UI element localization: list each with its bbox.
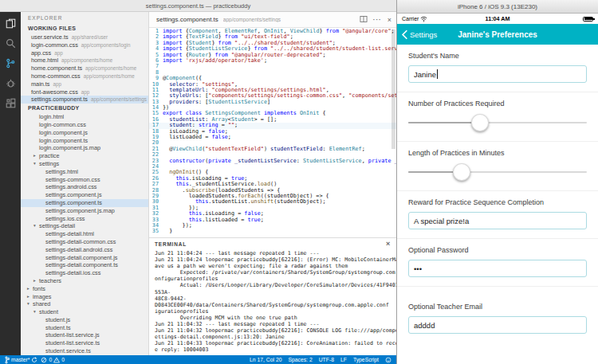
errors-count: 0 — [49, 357, 52, 362]
working-file-item[interactable]: font-awesome.cssapp — [21, 88, 148, 96]
text-field[interactable]: A special prize!a — [408, 212, 587, 229]
project-tree: login.htmllogin-common.csslogin.componen… — [21, 113, 148, 355]
back-button[interactable]: Settings — [397, 29, 437, 40]
git-branch-indicator[interactable]: master* — [5, 356, 37, 364]
tree-folder-item[interactable]: ▾settings-detail — [21, 222, 148, 230]
slider-thumb[interactable] — [471, 114, 489, 131]
tree-folder-item[interactable]: ▾student — [21, 308, 148, 316]
slider-track[interactable] — [408, 122, 587, 123]
working-file-item[interactable]: user.service.tsapp/shared/user — [21, 33, 148, 41]
field-label: Student's Name — [408, 52, 587, 60]
field-label: Optional Teacher Email — [408, 303, 587, 311]
tree-folder-item[interactable]: ▸fonts — [21, 285, 148, 293]
password-field[interactable]: ••• — [408, 260, 587, 277]
chevron-down-icon: ▾ — [33, 222, 39, 230]
tree-file-item[interactable]: settings-detail.ios.css — [21, 269, 148, 277]
form-field: Optional Teacher Emailadddd — [397, 287, 598, 342]
tree-file-item[interactable]: settings.component.js.map — [21, 207, 148, 215]
tree-file-item[interactable]: login.component.ts — [21, 137, 148, 145]
slider-thumb[interactable] — [453, 163, 470, 181]
working-file-item[interactable]: app.cssapp — [21, 49, 148, 57]
more-actions-icon[interactable]: ··· — [373, 16, 382, 23]
editor-scrollbar[interactable] — [391, 29, 395, 149]
working-file-item[interactable]: home.htmlapp/components/home — [21, 57, 148, 65]
errors-icon — [41, 357, 47, 363]
extensions-icon[interactable] — [4, 96, 17, 109]
tree-file-item[interactable]: student.service.ts — [21, 347, 148, 355]
tree-file-item[interactable]: login.html — [21, 113, 148, 121]
working-files-header[interactable]: WORKING FILES — [21, 24, 148, 33]
working-file-item[interactable]: home-common.cssapp/components/home — [21, 72, 148, 80]
git-icon[interactable] — [4, 57, 17, 69]
tree-file-item[interactable]: settings-common.css — [21, 176, 148, 184]
debug-icon[interactable] — [4, 76, 17, 89]
tree-file-item[interactable]: settings-detail.component.js — [21, 254, 148, 262]
slider[interactable] — [408, 113, 587, 132]
activity-bar — [0, 12, 21, 355]
tree-file-item[interactable]: login-common.css — [21, 121, 148, 129]
tree-file-item[interactable]: student-list.service.ts — [21, 339, 148, 347]
tree-file-item[interactable]: settings-detail.android.css — [21, 246, 148, 254]
tree-folder-item[interactable]: ▸practice — [21, 152, 148, 160]
tree-file-item[interactable]: settings-detail.component.ts — [21, 261, 148, 269]
code-line: 19 listLoaded = false; — [149, 135, 396, 140]
code-line: 35 } — [149, 229, 396, 234]
back-chevron-icon — [401, 29, 408, 40]
problems-indicator[interactable]: 0 0 — [41, 357, 65, 363]
working-file-item[interactable]: main.tsapp — [21, 80, 148, 88]
eol-setting[interactable]: LF — [340, 357, 347, 362]
open-file-name[interactable]: settings.component.ts — [156, 16, 218, 23]
tree-file-item[interactable]: student.js — [21, 316, 148, 324]
chevron-right-icon: ▸ — [33, 277, 39, 285]
slider-track[interactable] — [408, 171, 587, 173]
tree-file-item[interactable]: settings.component.ts — [21, 199, 148, 207]
language-mode[interactable]: TypeScript — [353, 357, 379, 362]
project-header[interactable]: PRACTICEBUDDY — [21, 104, 148, 113]
tree-file-item[interactable]: login.component.js.map — [21, 144, 148, 152]
tree-folder-item[interactable]: ▾settings — [21, 160, 148, 168]
chevron-down-icon: ▾ — [33, 160, 39, 168]
status-bar: master* 0 0 Ln 17, Col 20 Spaces: 2 UTF-… — [0, 355, 396, 364]
tree-folder-item[interactable]: ▸teachers — [21, 277, 148, 285]
tree-file-item[interactable]: student-list.service.js — [21, 331, 148, 339]
sync-icon[interactable] — [31, 357, 37, 363]
tree-file-item[interactable]: settings-detail.html — [21, 230, 148, 238]
tree-file-item[interactable]: settings.android.css — [21, 183, 148, 191]
field-label: Number of Practices Required — [408, 100, 587, 108]
close-terminal-icon[interactable]: × — [386, 240, 391, 248]
indentation-setting[interactable]: Spaces: 2 — [288, 357, 312, 362]
tree-file-item[interactable]: login.component.js — [21, 129, 148, 137]
tree-file-item[interactable]: settings.html — [21, 168, 148, 176]
tree-file-item[interactable]: settings.component.js — [21, 191, 148, 199]
text-field[interactable]: Janine — [408, 65, 587, 83]
tree-folder-item[interactable]: ▸images — [21, 293, 148, 301]
search-icon[interactable] — [4, 37, 17, 49]
wifi-icon — [420, 16, 427, 22]
tree-file-item[interactable]: settings.ios.css — [21, 215, 148, 223]
working-file-item[interactable]: settings.component.tsapp/components/sett… — [21, 96, 148, 104]
feedback-smiley-icon[interactable] — [385, 357, 391, 363]
terminal-title[interactable]: TERMINAL — [155, 241, 187, 247]
git-branch-icon — [5, 356, 10, 364]
split-editor-icon[interactable] — [360, 15, 368, 25]
chevron-down-icon: ▾ — [33, 308, 39, 316]
tree-file-item[interactable]: settings-detail-common.css — [21, 238, 148, 246]
cursor-position[interactable]: Ln 17, Col 20 — [250, 357, 281, 362]
back-button-label: Settings — [410, 30, 437, 39]
explorer-sidebar: EXPLORER WORKING FILES user.service.tsap… — [21, 12, 149, 355]
explorer-icon[interactable] — [4, 17, 17, 29]
code-line: 21 @ViewChild("studentTextField") studen… — [149, 147, 396, 152]
tree-file-item[interactable]: student.ts — [21, 324, 148, 332]
branch-name: master* — [11, 357, 30, 362]
slider[interactable] — [408, 162, 587, 182]
working-file-item[interactable]: login-common.cssapp/components/login — [21, 41, 148, 49]
terminal-output[interactable]: Jun 21 11:04:24 --- last message repeate… — [149, 249, 396, 355]
carrier-label: Carrier — [402, 16, 419, 22]
code-area[interactable]: 1import {Component, ElementRef, OnInit, … — [149, 28, 396, 237]
text-caret — [437, 69, 438, 79]
tree-folder-item[interactable]: ▾shared — [21, 300, 148, 308]
text-field[interactable]: adddd — [408, 316, 587, 334]
close-editor-icon[interactable]: × — [388, 16, 391, 24]
working-file-item[interactable]: home.component.tsapp/components/home — [21, 65, 148, 72]
encoding-setting[interactable]: UTF-8 — [319, 357, 334, 362]
